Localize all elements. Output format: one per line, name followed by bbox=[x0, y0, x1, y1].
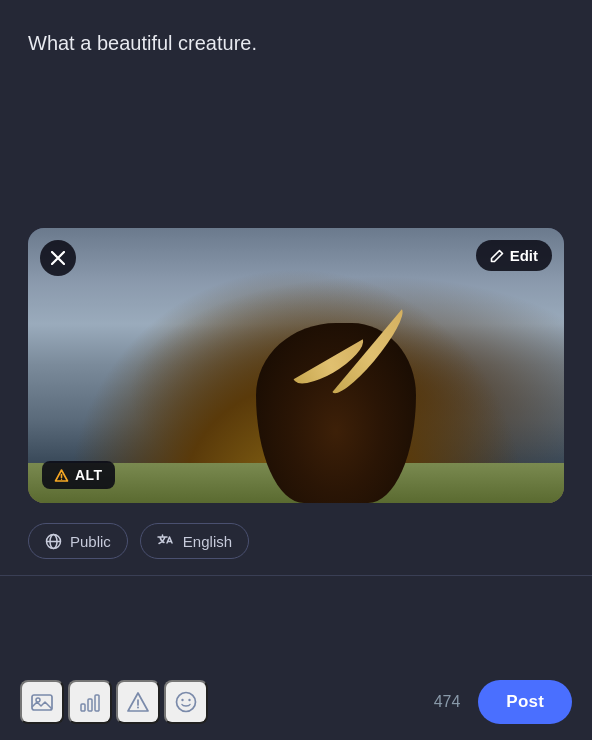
svg-point-14 bbox=[188, 699, 190, 701]
mammoth-figure bbox=[236, 283, 436, 503]
remove-image-button[interactable] bbox=[40, 240, 76, 276]
composer-container: What a beautiful creature. Edit bbox=[0, 0, 592, 740]
attached-image: Edit ALT bbox=[28, 228, 564, 503]
char-count: 474 bbox=[434, 693, 461, 711]
language-label: English bbox=[183, 533, 232, 550]
language-button[interactable]: English bbox=[140, 523, 249, 559]
translate-icon bbox=[157, 532, 175, 550]
svg-rect-7 bbox=[81, 704, 85, 711]
attach-image-button[interactable] bbox=[20, 680, 64, 724]
post-options-row: Public English bbox=[0, 503, 592, 559]
alt-badge-label: ALT bbox=[75, 467, 103, 483]
visibility-label: Public bbox=[70, 533, 111, 550]
edit-label: Edit bbox=[510, 247, 538, 264]
alt-text-button[interactable]: ALT bbox=[42, 461, 115, 489]
svg-point-1 bbox=[61, 479, 62, 480]
alt-warning-icon bbox=[54, 467, 69, 483]
post-button[interactable]: Post bbox=[478, 680, 572, 724]
post-text-area[interactable]: What a beautiful creature. bbox=[0, 0, 592, 228]
post-toolbar: 474 Post bbox=[0, 664, 592, 740]
emoji-button[interactable] bbox=[164, 680, 208, 724]
edit-image-button[interactable]: Edit bbox=[476, 240, 552, 271]
image-section: Edit ALT bbox=[0, 228, 592, 503]
globe-icon bbox=[45, 532, 62, 550]
toolbar-divider bbox=[0, 575, 592, 576]
svg-rect-8 bbox=[88, 699, 92, 711]
svg-point-12 bbox=[177, 693, 196, 712]
svg-rect-5 bbox=[32, 695, 52, 710]
svg-point-11 bbox=[137, 707, 139, 709]
post-input[interactable]: What a beautiful creature. bbox=[28, 28, 564, 208]
svg-rect-9 bbox=[95, 695, 99, 711]
poll-button[interactable] bbox=[68, 680, 112, 724]
visibility-button[interactable]: Public bbox=[28, 523, 128, 559]
content-warning-button[interactable] bbox=[116, 680, 160, 724]
svg-point-13 bbox=[181, 699, 183, 701]
